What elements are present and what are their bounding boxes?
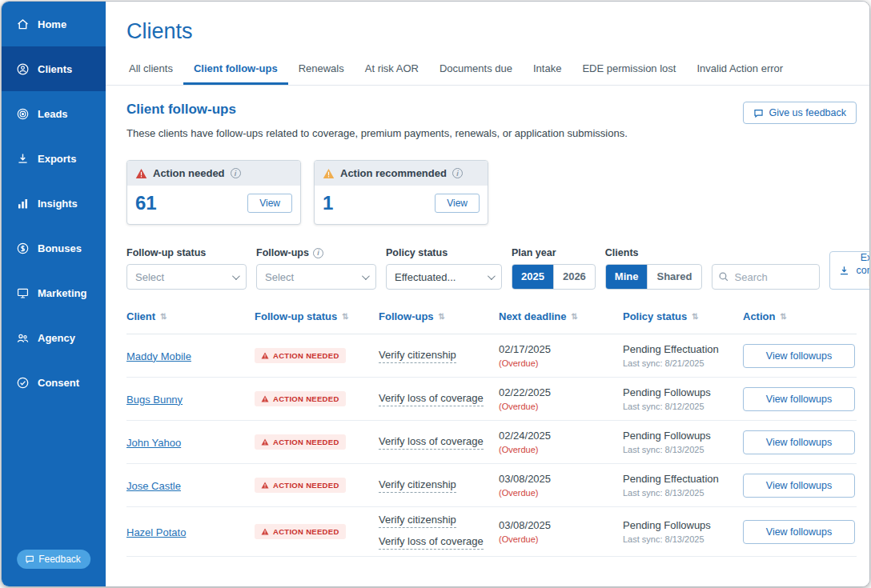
plan-year-toggle: 2025 2026 [512, 264, 596, 290]
followup-link[interactable]: Verify loss of coverage [379, 392, 484, 406]
col-next-deadline[interactable]: Next deadline⇅ [499, 310, 623, 322]
col-followup-status[interactable]: Follow-up status⇅ [255, 310, 379, 322]
tab-documents-due[interactable]: Documents due [429, 55, 523, 85]
sidebar-item-leads[interactable]: Leads [2, 91, 106, 136]
section-header: Client follow-ups These clients have fol… [126, 102, 628, 139]
client-link[interactable]: Hazel Potato [126, 526, 186, 538]
status-badge: ACTION NEEDED [255, 524, 346, 539]
view-followups-button[interactable]: View followups [743, 344, 855, 368]
overdue-label: (Overdue) [499, 445, 623, 454]
action-recommended-card: Action recommended i 1 View [314, 160, 488, 225]
sidebar-item-insights[interactable]: Insights [2, 181, 106, 226]
client-link[interactable]: Jose Castle [126, 480, 181, 492]
view-followups-button[interactable]: View followups [743, 474, 855, 498]
sidebar-item-label: Marketing [38, 287, 86, 299]
chevron-down-icon [362, 272, 370, 280]
bonuses-icon [16, 242, 30, 255]
followups-label: Follow-ups [256, 247, 309, 258]
col-followups[interactable]: Follow-ups⇅ [379, 310, 499, 322]
view-action-needed-button[interactable]: View [247, 194, 292, 213]
export-contacts-label: Export contacts list [857, 251, 869, 290]
sort-icon: ⇅ [692, 312, 698, 321]
tab-ede-permission-lost[interactable]: EDE permission lost [572, 55, 686, 85]
followup-status-select[interactable]: Select [126, 264, 247, 290]
client-link[interactable]: Bugs Bunny [126, 394, 183, 406]
policy-status-value: Effectuated... [395, 271, 456, 283]
last-sync: Last sync: 8/13/2025 [623, 488, 743, 498]
plan-year-2025[interactable]: 2025 [512, 265, 553, 289]
deadline-date: 02/22/2025 [499, 386, 623, 398]
error-triangle-icon [261, 395, 269, 402]
followup-link[interactable]: Verify citizenship [379, 349, 456, 363]
client-link[interactable]: Maddy Mobile [126, 350, 191, 362]
followups-select[interactable]: Select [256, 264, 376, 290]
followup-link[interactable]: Verify loss of coverage [379, 435, 484, 450]
agency-icon [16, 331, 30, 345]
clients-mine[interactable]: Mine [606, 265, 648, 289]
sort-icon: ⇅ [780, 312, 786, 321]
sort-icon: ⇅ [160, 312, 167, 321]
status-badge: ACTION NEEDED [255, 348, 346, 363]
clients-toggle: Mine Shared [605, 264, 702, 290]
info-icon[interactable]: i [313, 248, 323, 258]
clients-icon [16, 62, 30, 76]
sidebar-item-clients[interactable]: Clients [2, 46, 106, 91]
feedback-button[interactable]: Feedback [17, 550, 90, 569]
marketing-icon [16, 286, 30, 300]
view-action-recommended-button[interactable]: View [435, 194, 480, 213]
policy-status-label: Policy status [386, 247, 502, 258]
client-link[interactable]: John Yahoo [126, 437, 181, 449]
sidebar-item-marketing[interactable]: Marketing [2, 270, 106, 315]
followup-link[interactable]: Verify citizenship [379, 514, 456, 528]
error-triangle-icon [261, 438, 269, 446]
last-sync: Last sync: 8/21/2025 [623, 358, 743, 368]
view-followups-button[interactable]: View followups [743, 387, 855, 411]
info-icon[interactable]: i [231, 168, 241, 178]
give-feedback-button[interactable]: Give us feedback [743, 102, 857, 124]
sidebar-item-home[interactable]: Home [2, 2, 106, 46]
page-title: Clients [106, 2, 869, 55]
overdue-label: (Overdue) [499, 488, 623, 498]
last-sync: Last sync: 8/13/2025 [623, 445, 743, 454]
error-triangle-icon [261, 352, 269, 359]
plan-year-2026[interactable]: 2026 [553, 265, 595, 289]
tab-client-follow-ups[interactable]: Client follow-ups [183, 55, 288, 85]
tab-all-clients[interactable]: All clients [118, 55, 183, 85]
status-badge: ACTION NEEDED [255, 391, 346, 406]
sidebar-item-bonuses[interactable]: Bonuses [2, 226, 106, 270]
chat-icon [753, 108, 764, 118]
sort-icon: ⇅ [439, 312, 445, 321]
policy-status: Pending Effectuation [623, 343, 743, 355]
sidebar-item-label: Bonuses [38, 242, 82, 254]
followup-link[interactable]: Verify citizenship [379, 478, 456, 493]
clients-shared[interactable]: Shared [647, 265, 700, 289]
followup-link[interactable]: Verify loss of coverage [379, 535, 484, 550]
section-title: Client follow-ups [126, 102, 628, 118]
tab-at-risk-aor[interactable]: At risk AOR [355, 55, 429, 85]
followups-value: Select [265, 271, 294, 283]
info-icon[interactable]: i [452, 168, 463, 178]
tab-intake[interactable]: Intake [523, 55, 572, 85]
sidebar-item-label: Clients [38, 63, 72, 75]
error-triangle-icon [135, 168, 147, 179]
stat-cards: Action needed i 61 View Action recommend… [126, 160, 857, 225]
sidebar-item-consent[interactable]: Consent [2, 360, 106, 405]
home-icon [16, 18, 30, 31]
sidebar-item-exports[interactable]: Exports [2, 136, 106, 181]
tab-renewals[interactable]: Renewals [288, 55, 355, 85]
view-followups-button[interactable]: View followups [743, 430, 855, 454]
sidebar-item-agency[interactable]: Agency [2, 315, 106, 360]
col-action[interactable]: Action⇅ [743, 310, 857, 322]
insights-icon [16, 197, 30, 210]
policy-status-select[interactable]: Effectuated... [386, 264, 502, 290]
col-policy-status[interactable]: Policy status⇅ [623, 310, 743, 322]
export-contacts-button[interactable]: Export contacts list i [829, 251, 869, 290]
col-client[interactable]: Client⇅ [126, 310, 255, 322]
chat-icon [25, 554, 34, 564]
policy-status: Pending Followups [623, 519, 743, 531]
view-followups-button[interactable]: View followups [743, 520, 855, 544]
tab-invalid-action-error[interactable]: Invalid Action error [686, 55, 793, 85]
table-row: Jose Castle ACTION NEEDED Verify citizen… [126, 464, 857, 507]
sidebar-item-label: Exports [38, 153, 76, 165]
overdue-label: (Overdue) [499, 534, 623, 544]
